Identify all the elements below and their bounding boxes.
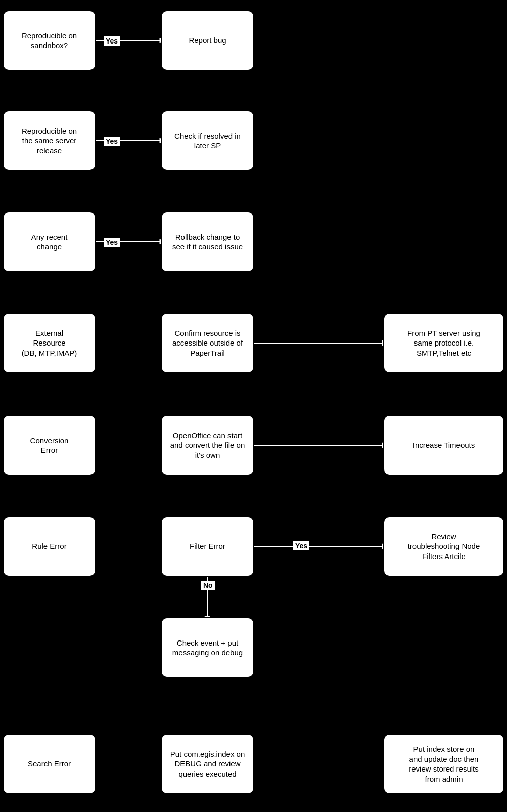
- node-put-com-egis: Put com.egis.index onDEBUG and reviewque…: [161, 734, 254, 794]
- flowchart-diagram: Reproducible on sandnbox? Report bug Rep…: [0, 0, 507, 812]
- node-put-index-store: Put index store onand update doc thenrev…: [383, 734, 504, 794]
- node-reproducible-server: Reproducible onthe same serverrelease: [3, 110, 96, 171]
- node-conversion-error: ConversionError: [3, 415, 96, 476]
- node-search-error: Search Error: [3, 734, 96, 794]
- node-rollback-change: Rollback change tosee if it caused issue: [161, 211, 254, 272]
- node-any-recent-change: Any recentchange: [3, 211, 96, 272]
- label-yes-1: Yes: [104, 36, 120, 46]
- label-yes-3: Yes: [104, 238, 120, 247]
- node-review-troubleshooting: Reviewtroubleshooting NodeFilters Artcil…: [383, 516, 504, 577]
- node-openoffice: OpenOffice can startand convert the file…: [161, 415, 254, 476]
- label-yes-2: Yes: [104, 137, 120, 146]
- label-yes-4: Yes: [293, 541, 309, 550]
- node-external-resource: ExternalResource(DB, MTP,IMAP): [3, 313, 96, 373]
- node-check-event-messaging: Check event + putmessaging on debug: [161, 617, 254, 678]
- node-reproducible-sandbox: Reproducible on sandnbox?: [3, 10, 96, 71]
- node-increase-timeouts: Increase Timeouts: [383, 415, 504, 476]
- node-check-later-sp: Check if resolved inlater SP: [161, 110, 254, 171]
- node-filter-error: Filter Error: [161, 516, 254, 577]
- node-report-bug: Report bug: [161, 10, 254, 71]
- node-confirm-resource: Confirm resource isaccessible outside of…: [161, 313, 254, 373]
- label-no-1: No: [201, 581, 215, 590]
- node-rule-error: Rule Error: [3, 516, 96, 577]
- node-from-pt-server: From PT server usingsame protocol i.e.SM…: [383, 313, 504, 373]
